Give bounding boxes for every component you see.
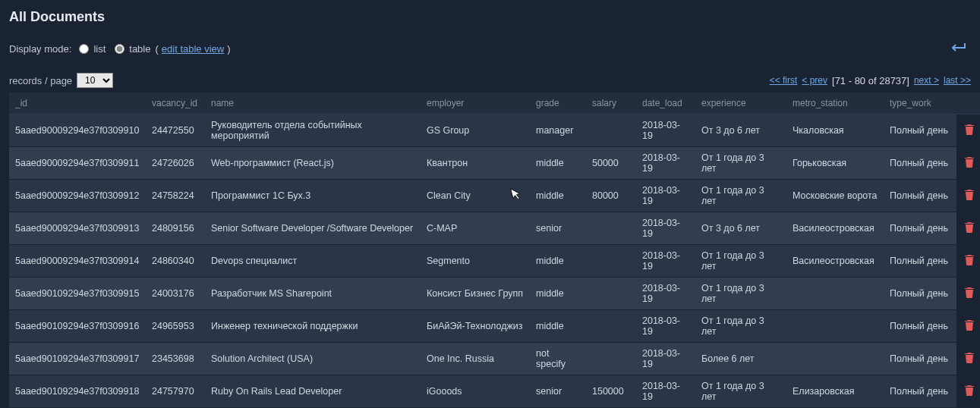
trash-icon[interactable] [964,319,975,332]
trash-icon[interactable] [964,254,975,267]
paren-close: ) [227,43,230,55]
cell-delete [956,310,980,343]
cell-grade: middle [530,278,586,310]
pager-info: [71 - 80 of 28737] [832,75,909,86]
cell-salary [586,310,636,343]
trash-icon[interactable] [964,287,975,300]
pager-next[interactable]: next > [914,75,939,86]
cell-employer: iGooods [421,375,530,408]
table-row[interactable]: 5aaed90009294e37f030991424860340Devops с… [9,245,980,278]
cell-salary [586,115,636,147]
cell-vacancy_id: 24726026 [146,147,205,180]
trash-icon[interactable] [964,156,975,169]
cell-experience: От 3 до 6 лет [695,212,786,245]
display-mode-table-radio[interactable] [115,44,124,54]
cell-delete [956,147,980,180]
return-icon[interactable] [945,39,971,59]
col-salary[interactable]: salary [586,93,636,115]
cell-experience: Более 6 лет [695,343,786,375]
col-vacancy_id[interactable]: vacancy_id [146,93,205,115]
cell-date_load: 2018-03-19 [636,115,695,147]
cell-experience: От 1 года до 3 лет [695,375,786,408]
trash-icon[interactable] [964,221,975,234]
pager-last[interactable]: last >> [944,75,971,86]
cell-grade: senior [530,212,586,245]
cell-_id: 5aaed90009294e37f0309912 [9,180,146,212]
trash-icon[interactable] [964,189,975,202]
display-mode-table-label[interactable]: table [129,43,150,55]
cell-date_load: 2018-03-19 [636,278,695,310]
cell-date_load: 2018-03-19 [636,343,695,375]
cell-metro_station [786,278,884,310]
cell-salary [586,212,636,245]
cell-grade: not specify [530,343,586,375]
table-row[interactable]: 5aaed90009294e37f030991224758224Программ… [9,180,980,212]
pager-first[interactable]: << first [770,75,798,86]
display-mode: Display mode: list table (edit table vie… [9,43,231,55]
cell-employer: БиАйЭй-Технолоджиз [421,310,530,343]
trash-icon[interactable] [964,124,975,137]
cell-experience: От 1 года до 3 лет [695,278,786,310]
cell-delete [956,115,980,147]
cell-delete [956,212,980,245]
cell-date_load: 2018-03-19 [636,375,695,408]
display-mode-list-radio[interactable] [79,44,89,54]
cell-metro_station: Елизаровская [786,375,884,408]
cell-experience: От 1 года до 3 лет [695,245,786,278]
table-row[interactable]: 5aaed90109294e37f030991624965953Инженер … [9,310,980,343]
cell-date_load: 2018-03-19 [636,212,695,245]
cell-experience: От 1 года до 3 лет [695,180,786,212]
cell-grade: senior [530,375,586,408]
cell-_id: 5aaed90009294e37f0309914 [9,245,146,278]
cell-type_work: Полный день [884,212,956,245]
cell-experience: От 1 года до 3 лет [695,310,786,343]
cell-vacancy_id: 24472550 [146,115,205,147]
cell-vacancy_id: 23453698 [146,343,205,375]
cell-name: Руководитель отдела событийных мероприят… [205,115,421,147]
cell-date_load: 2018-03-19 [636,310,695,343]
edit-table-view-link[interactable]: edit table view [162,43,224,55]
cell-salary [586,343,636,375]
cell-employer: Консист Бизнес Групп [421,278,530,310]
cell-metro_station [786,310,884,343]
table-row[interactable]: 5aaed90009294e37f030991024472550Руководи… [9,115,980,147]
cell-name: Ruby On Rails Lead Developer [205,375,421,408]
trash-icon[interactable] [964,352,975,365]
col-metro_station[interactable]: metro_station [786,93,884,115]
cell-salary [586,278,636,310]
cell-salary: 80000 [586,180,636,212]
documents-table: _id vacancy_id name employer grade salar… [9,93,980,408]
pager-prev[interactable]: < prev [802,75,827,86]
cell-_id: 5aaed90009294e37f0309911 [9,147,146,180]
cell-_id: 5aaed90009294e37f0309910 [9,115,146,147]
col-experience[interactable]: experience [695,93,786,115]
col-name[interactable]: name [205,93,421,115]
col-date_load[interactable]: date_load [636,93,695,115]
cell-_id: 5aaed90109294e37f0309915 [9,278,146,310]
table-row[interactable]: 5aaed90109294e37f030991723453698Solution… [9,343,980,375]
table-header-row: _id vacancy_id name employer grade salar… [9,93,980,115]
cell-name: Solution Architect (USA) [205,343,421,375]
cell-grade: middle [530,310,586,343]
records-per-page-select[interactable]: 10 [77,73,113,88]
col-_id[interactable]: _id [9,93,146,115]
cell-metro_station: Чкаловская [786,115,884,147]
cell-vacancy_id: 24965953 [146,310,205,343]
cell-metro_station: Василеостровская [786,212,884,245]
cell-employer: Clean City [421,180,530,212]
cell-salary: 150000 [586,375,636,408]
table-row[interactable]: 5aaed90009294e37f030991324809156Senior S… [9,212,980,245]
cell-date_load: 2018-03-19 [636,245,695,278]
col-type_work[interactable]: type_work [884,93,956,115]
cell-salary [586,245,636,278]
col-employer[interactable]: employer [421,93,530,115]
display-mode-list-label[interactable]: list [93,43,106,55]
table-row[interactable]: 5aaed90109294e37f030991524003176Разработ… [9,278,980,310]
table-row[interactable]: 5aaed90009294e37f030991124726026Web-прог… [9,147,980,180]
cell-type_work: Полный день [884,245,956,278]
cell-metro_station [786,343,884,375]
cell-employer: Segmento [421,245,530,278]
trash-icon[interactable] [964,384,975,397]
col-grade[interactable]: grade [530,93,586,115]
table-row[interactable]: 5aaed90109294e37f030991824757970Ruby On … [9,375,980,408]
